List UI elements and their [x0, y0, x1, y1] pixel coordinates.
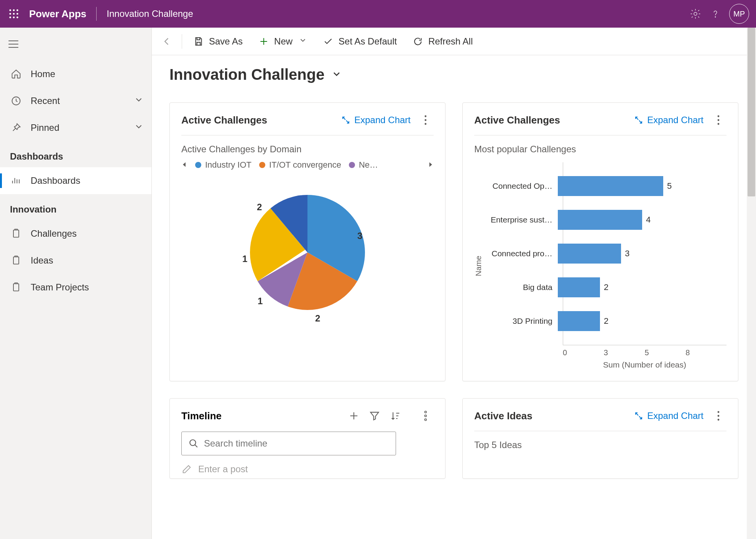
svg-point-19 [718, 119, 720, 121]
app-name: Innovation Challenge [107, 8, 193, 19]
legend-next-icon[interactable] [427, 160, 434, 170]
post-placeholder: Enter a post [198, 464, 248, 475]
waffle-icon[interactable] [7, 7, 21, 21]
panel-active-challenges-pie: Active Challenges Expand Chart Active Ch… [169, 102, 445, 381]
back-button[interactable] [156, 30, 179, 53]
sidebar-item-label: Pinned [31, 122, 59, 133]
search-icon [189, 438, 199, 448]
panel-title: Active Challenges [181, 114, 267, 126]
cmd-label: Set As Default [339, 36, 397, 47]
home-icon [10, 68, 22, 80]
check-icon [322, 36, 334, 47]
expand-chart-link[interactable]: Expand Chart [634, 115, 703, 125]
scrollbar[interactable] [747, 28, 756, 539]
bar-row: Big data 2 [563, 270, 726, 304]
command-bar: Save As New Set As Default Refresh All [152, 28, 756, 55]
sort-icon[interactable] [390, 410, 401, 421]
chevron-down-icon [134, 122, 144, 134]
more-icon[interactable] [417, 112, 434, 128]
clock-icon [10, 95, 22, 107]
legend-item: IT/OT convergence [269, 160, 341, 170]
top-bar: Power Apps Innovation Challenge MP [0, 0, 756, 28]
panel-active-challenges-bar: Active Challenges Expand Chart Most popu… [462, 102, 738, 381]
legend-prev-icon[interactable] [181, 160, 187, 170]
save-as-button[interactable]: Save As [185, 30, 250, 53]
legend-item: Ne… [359, 160, 378, 170]
sidebar-item-ideas[interactable]: Ideas [0, 247, 151, 274]
legend-item: Industry IOT [205, 160, 251, 170]
bar-value: 4 [646, 215, 651, 225]
sidebar-item-pinned[interactable]: Pinned [0, 114, 151, 141]
svg-point-10 [715, 16, 716, 17]
sidebar-item-challenges[interactable]: Challenges [0, 220, 151, 247]
expand-chart-link[interactable]: Expand Chart [341, 115, 411, 125]
section-innovation: Innovation [0, 194, 151, 220]
svg-point-27 [718, 419, 720, 421]
filter-icon[interactable] [369, 410, 380, 421]
bar-value: 3 [625, 249, 629, 259]
svg-point-2 [16, 9, 18, 11]
svg-point-0 [9, 9, 11, 11]
timeline-search[interactable] [181, 432, 396, 455]
new-button[interactable]: New [250, 30, 315, 53]
pin-icon [10, 122, 22, 134]
hamburger-icon[interactable] [0, 31, 27, 58]
cmd-label: Refresh All [428, 36, 473, 47]
chart-subtitle: Top 5 Ideas [474, 440, 726, 450]
pie-val: 1 [242, 254, 247, 264]
avatar[interactable]: MP [729, 4, 749, 24]
bar-label: Big data [485, 283, 558, 292]
refresh-button[interactable]: Refresh All [404, 30, 480, 53]
chevron-down-icon [299, 36, 307, 47]
expand-chart-link[interactable]: Expand Chart [634, 410, 703, 421]
sidebar-item-home[interactable]: Home [0, 61, 151, 87]
pie-chart[interactable]: 3 2 1 1 2 [181, 178, 434, 323]
svg-rect-14 [13, 284, 19, 291]
dashboard-icon [10, 175, 22, 187]
svg-point-3 [9, 13, 11, 15]
svg-point-8 [16, 16, 18, 18]
svg-point-23 [425, 419, 427, 421]
svg-point-6 [9, 16, 11, 18]
svg-point-15 [425, 115, 427, 117]
plus-icon[interactable] [348, 410, 359, 421]
pie-val: 2 [315, 313, 320, 323]
bar-value: 2 [604, 316, 608, 326]
gear-icon[interactable] [685, 4, 705, 24]
content-area: Save As New Set As Default Refresh All I… [152, 28, 756, 539]
chart-subtitle: Active Challenges by Domain [181, 144, 434, 155]
bar-label: Connected Op… [485, 181, 558, 191]
more-icon[interactable] [710, 112, 726, 128]
expand-label: Expand Chart [354, 115, 411, 125]
page-title-selector[interactable]: Innovation Challenge [169, 66, 738, 83]
sidebar-item-label: Home [31, 69, 55, 79]
sidebar-item-dashboards[interactable]: Dashboards [0, 167, 151, 194]
post-entry[interactable]: Enter a post [181, 464, 434, 475]
svg-rect-12 [13, 230, 19, 237]
more-icon[interactable] [417, 408, 434, 424]
set-default-button[interactable]: Set As Default [315, 30, 404, 53]
clipboard-icon [10, 227, 22, 240]
svg-point-26 [718, 415, 720, 417]
brand-label: Power Apps [29, 8, 86, 20]
search-input[interactable] [204, 438, 389, 449]
bar-chart[interactable]: Name Connected Op… 5Enterprise sust… 4Co… [474, 162, 726, 369]
plus-icon [258, 36, 270, 47]
sidebar-item-team-projects[interactable]: Team Projects [0, 274, 151, 301]
help-icon[interactable] [705, 4, 725, 24]
pie-val: 2 [257, 202, 262, 212]
section-dashboards: Dashboards [0, 141, 151, 167]
save-icon [193, 36, 204, 47]
pie-val: 3 [357, 231, 362, 241]
svg-point-1 [13, 9, 15, 11]
svg-point-25 [718, 411, 720, 413]
sidebar-item-recent[interactable]: Recent [0, 87, 151, 114]
more-icon[interactable] [710, 408, 726, 424]
sidebar-item-label: Challenges [31, 228, 77, 239]
pie-legend: Industry IOT IT/OT convergence Ne… [181, 160, 434, 170]
sidebar-item-label: Ideas [31, 255, 53, 266]
divider [96, 7, 97, 21]
svg-point-16 [425, 119, 427, 121]
cmd-label: Save As [209, 36, 243, 47]
sidebar-item-label: Recent [31, 96, 60, 106]
